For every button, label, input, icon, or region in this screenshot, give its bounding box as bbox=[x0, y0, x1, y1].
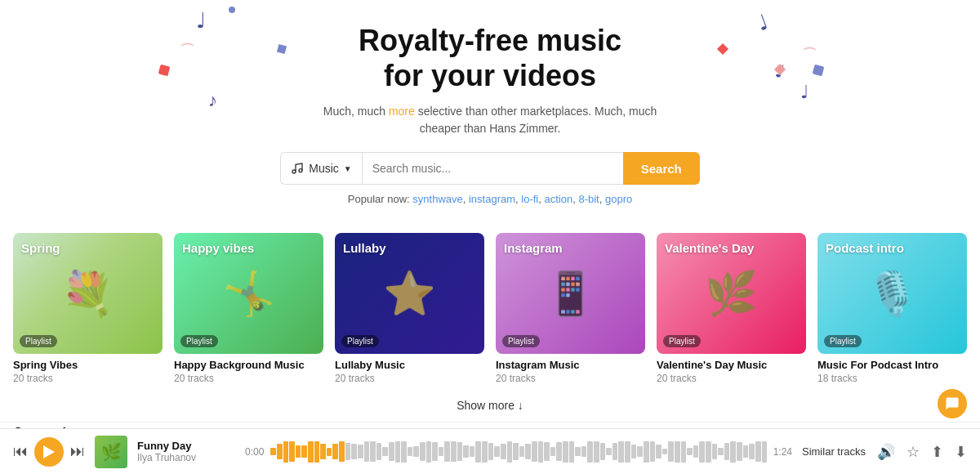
waveform-bar bbox=[332, 444, 338, 459]
playlist-card-valentine[interactable]: 🌿 Valentine's Day Playlist Valentine's D… bbox=[657, 233, 806, 384]
similar-tracks-button[interactable]: Similar tracks bbox=[802, 445, 866, 458]
progress-bar[interactable] bbox=[270, 439, 766, 465]
playlist-image-instagram: 📱 Instagram Playlist bbox=[496, 233, 645, 354]
waveform-bar bbox=[743, 445, 749, 458]
waveform-bar bbox=[345, 443, 351, 461]
playlist-badge-podcast: Playlist bbox=[824, 335, 862, 347]
deco-note-bottom-left: ♪ bbox=[208, 90, 217, 111]
waveform-bar bbox=[413, 446, 419, 458]
waveform-bar bbox=[637, 446, 643, 458]
playlist-card-podcast[interactable]: 🎙️ Podcast intro Playlist Music For Podc… bbox=[817, 233, 967, 384]
waveform-bar bbox=[618, 441, 624, 463]
waveform-bar bbox=[301, 445, 307, 458]
waveform-bar bbox=[737, 442, 742, 462]
waveform-bar bbox=[644, 441, 649, 463]
search-type-selector[interactable]: Music ▼ bbox=[280, 152, 361, 185]
hero-link-more[interactable]: more bbox=[389, 105, 415, 118]
waveform-bar bbox=[687, 448, 693, 455]
favorite-button[interactable]: ☆ bbox=[906, 443, 920, 461]
time-end: 1:24 bbox=[773, 446, 792, 458]
playlist-card-instagram[interactable]: 📱 Instagram Playlist Instagram Music 20 … bbox=[496, 233, 645, 384]
waveform-bar bbox=[668, 441, 674, 463]
waveform-bar bbox=[681, 441, 687, 463]
waveform-bar bbox=[718, 448, 724, 455]
waveform-bar bbox=[556, 442, 562, 462]
show-more-button[interactable]: Show more ↓ bbox=[0, 392, 980, 422]
play-button[interactable] bbox=[34, 437, 64, 467]
previous-button[interactable]: ⏮ bbox=[13, 443, 28, 460]
playlist-info-podcast: Music For Podcast Intro 18 tracks bbox=[817, 354, 967, 384]
svg-point-1 bbox=[299, 169, 302, 172]
playlist-info-spring: Spring Vibes 20 tracks bbox=[13, 354, 163, 384]
playlist-card-spring[interactable]: 💐 Spring Playlist Spring Vibes 20 tracks bbox=[13, 233, 163, 384]
share-button[interactable]: ⬆ bbox=[931, 443, 943, 461]
waveform-bar bbox=[494, 446, 500, 457]
waveform-bar bbox=[749, 444, 755, 459]
playlist-title-podcast: Music For Podcast Intro bbox=[817, 359, 967, 371]
tag-lofi[interactable]: lo-fi bbox=[521, 193, 538, 205]
playlist-tracks-spring: 20 tracks bbox=[13, 373, 163, 384]
playlist-grid: 💐 Spring Playlist Spring Vibes 20 tracks… bbox=[0, 221, 980, 392]
hero-title: Royalty-free music for your videos bbox=[16, 23, 964, 93]
tag-gopro[interactable]: gopro bbox=[605, 193, 632, 205]
playlist-tracks-valentine: 20 tracks bbox=[657, 373, 806, 384]
playlist-title-valentine: Valentine's Day Music bbox=[657, 359, 806, 371]
waveform-bar bbox=[376, 443, 382, 460]
track-name: Funny Day bbox=[137, 440, 235, 452]
waveform-bar bbox=[426, 441, 432, 463]
player-bar: ⏮ ⏭ 🌿 Funny Day Ilya Truhanov 0:00 1:24 … bbox=[0, 428, 980, 474]
playlist-info-instagram: Instagram Music 20 tracks bbox=[496, 354, 645, 384]
chat-bubble[interactable] bbox=[938, 389, 967, 418]
waveform-bar bbox=[699, 441, 705, 463]
svg-point-0 bbox=[292, 170, 296, 173]
waveform-bar bbox=[351, 444, 357, 458]
playlist-image-happy: 🤸 Happy vibes Playlist bbox=[174, 233, 323, 354]
tag-synthwave[interactable]: synthwave bbox=[412, 193, 462, 205]
popular-now: Popular now: synthwave, instagram, lo-fi… bbox=[16, 193, 964, 205]
waveform-bar bbox=[475, 441, 481, 463]
tag-8bit[interactable]: 8-bit bbox=[578, 193, 599, 205]
waveform-bar bbox=[550, 447, 556, 456]
waveform-bar bbox=[662, 449, 668, 454]
waveform-bar bbox=[432, 442, 438, 460]
playlist-info-happy: Happy Background Music 20 tracks bbox=[174, 354, 323, 384]
playlist-tracks-instagram: 20 tracks bbox=[496, 373, 645, 384]
next-button[interactable]: ⏭ bbox=[70, 443, 85, 460]
waveform-bar bbox=[401, 441, 407, 463]
tag-action[interactable]: action bbox=[544, 193, 572, 205]
waveform-bar bbox=[594, 441, 599, 463]
play-icon bbox=[43, 445, 55, 458]
waveform-bar bbox=[724, 443, 730, 460]
volume-button[interactable]: 🔊 bbox=[877, 443, 895, 461]
waveform-bar bbox=[451, 441, 457, 462]
playlist-tracks-happy: 20 tracks bbox=[174, 373, 323, 384]
waveform-bar bbox=[283, 441, 289, 463]
waveform-bar bbox=[762, 441, 768, 463]
playlist-card-happy[interactable]: 🤸 Happy vibes Playlist Happy Background … bbox=[174, 233, 323, 384]
waveform-bar bbox=[575, 447, 581, 455]
tag-instagram[interactable]: instagram bbox=[469, 193, 515, 205]
waveform-bar bbox=[706, 441, 711, 463]
waveform-bar bbox=[519, 446, 525, 457]
playlist-title-instagram: Instagram Music bbox=[496, 359, 645, 371]
waveform-bar bbox=[488, 443, 494, 460]
waveform-bar bbox=[457, 442, 463, 462]
waveform-bar bbox=[296, 445, 301, 458]
playlist-tracks-podcast: 18 tracks bbox=[817, 373, 967, 384]
waveform[interactable] bbox=[270, 440, 766, 463]
playlist-label-lullaby: Lullaby bbox=[343, 241, 386, 255]
time-start: 0:00 bbox=[245, 446, 264, 458]
download-button[interactable]: ⬇ bbox=[955, 443, 967, 461]
waveform-bar bbox=[339, 441, 345, 461]
waveform-bar bbox=[513, 443, 519, 460]
playlist-label-podcast: Podcast intro bbox=[826, 241, 904, 255]
playlist-card-lullaby[interactable]: ⭐ Lullaby Playlist Lullaby Music 20 trac… bbox=[335, 233, 484, 384]
waveform-bar bbox=[587, 441, 593, 463]
waveform-bar bbox=[314, 441, 320, 463]
search-button[interactable]: Search bbox=[623, 152, 700, 185]
playlist-label-instagram: Instagram bbox=[504, 241, 563, 255]
playlist-badge-spring: Playlist bbox=[20, 335, 57, 347]
player-right: Similar tracks 🔊 ☆ ⬆ ⬇ bbox=[802, 443, 967, 461]
waveform-bar bbox=[507, 441, 513, 463]
search-input[interactable] bbox=[362, 152, 623, 185]
